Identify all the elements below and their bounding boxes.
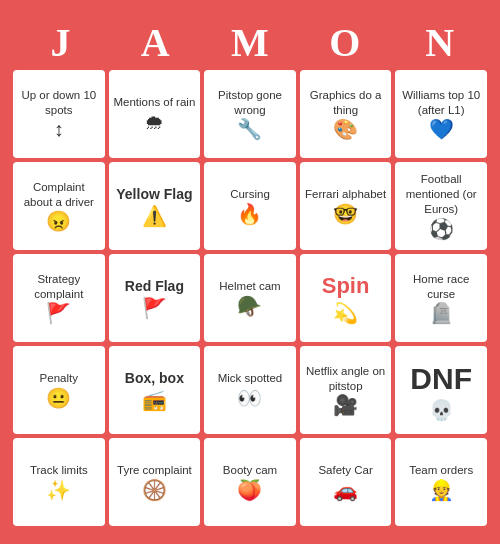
cell-emoji: 🔧 — [237, 119, 262, 139]
bingo-cell[interactable]: Spin💫 — [300, 254, 392, 342]
bingo-cell[interactable]: Up or down 10 spots↕ — [13, 70, 105, 158]
cell-text-dnf: DNF — [410, 359, 472, 398]
cell-emoji: ⚠️ — [142, 206, 167, 226]
cell-text: Safety Car — [318, 463, 372, 478]
cell-text-large: Spin — [322, 272, 370, 301]
cell-text: Strategy complaint — [17, 272, 101, 302]
cell-text: Penalty — [40, 371, 78, 386]
cell-text: Cursing — [230, 187, 270, 202]
bingo-cell[interactable]: Strategy complaint🚩 — [13, 254, 105, 342]
cell-emoji: 🔥 — [237, 204, 262, 224]
cell-emoji: 🚗 — [333, 480, 358, 500]
cell-emoji: 💙 — [429, 119, 454, 139]
header-letter: O — [300, 19, 390, 66]
header-letter: N — [395, 19, 485, 66]
cell-emoji: 🛞 — [142, 480, 167, 500]
bingo-cell[interactable]: Helmet cam🪖 — [204, 254, 296, 342]
bingo-cell[interactable]: Graphics do a thing🎨 — [300, 70, 392, 158]
bingo-cell[interactable]: Home race curse🪦 — [395, 254, 487, 342]
bingo-cell[interactable]: Complaint about a driver😠 — [13, 162, 105, 250]
bingo-cell[interactable]: Safety Car🚗 — [300, 438, 392, 526]
bingo-cell[interactable]: Mentions of rain🌧 — [109, 70, 201, 158]
cell-emoji: ↕ — [54, 119, 64, 139]
bingo-cell[interactable]: Team orders👷 — [395, 438, 487, 526]
cell-emoji: 🤓 — [333, 204, 358, 224]
bingo-cell[interactable]: Netflix angle on pitstop🎥 — [300, 346, 392, 434]
cell-emoji: 🪖 — [237, 296, 262, 316]
header-letter: J — [15, 19, 105, 66]
cell-text: Team orders — [409, 463, 473, 478]
cell-text: Booty cam — [223, 463, 277, 478]
bingo-cell[interactable]: Yellow Flag⚠️ — [109, 162, 201, 250]
cell-text: Graphics do a thing — [304, 88, 388, 118]
cell-emoji: 🚩 — [142, 298, 167, 318]
cell-text: Mick spotted — [218, 371, 283, 386]
bingo-cell[interactable]: Penalty😐 — [13, 346, 105, 434]
cell-text: Up or down 10 spots — [17, 88, 101, 118]
bingo-cell[interactable]: Football mentioned (or Euros)⚽ — [395, 162, 487, 250]
cell-text-bold: Yellow Flag — [116, 185, 192, 203]
header-letter: M — [205, 19, 295, 66]
cell-text: Tyre complaint — [117, 463, 192, 478]
cell-emoji: ✨ — [46, 480, 71, 500]
bingo-grid: Up or down 10 spots↕Mentions of rain🌧Pit… — [13, 70, 487, 526]
cell-text: Williams top 10 (after L1) — [399, 88, 483, 118]
cell-emoji: 🚩 — [46, 303, 71, 323]
cell-emoji: 🌧 — [144, 112, 164, 132]
cell-emoji: 😠 — [46, 211, 71, 231]
bingo-cell[interactable]: Williams top 10 (after L1)💙 — [395, 70, 487, 158]
cell-emoji: 💀 — [429, 400, 454, 420]
bingo-cell[interactable]: Track limits✨ — [13, 438, 105, 526]
cell-text: Football mentioned (or Euros) — [399, 172, 483, 217]
cell-emoji: 💫 — [333, 303, 358, 323]
cell-emoji: ⚽ — [429, 219, 454, 239]
cell-text: Home race curse — [399, 272, 483, 302]
bingo-header: JAMON — [13, 19, 487, 66]
cell-text: Helmet cam — [219, 279, 280, 294]
bingo-cell[interactable]: Cursing🔥 — [204, 162, 296, 250]
cell-emoji: 📻 — [142, 390, 167, 410]
header-letter: A — [110, 19, 200, 66]
cell-text-bold: Box, box — [125, 369, 184, 387]
cell-emoji: 🪦 — [429, 303, 454, 323]
cell-emoji: 🎥 — [333, 395, 358, 415]
bingo-cell[interactable]: Booty cam🍑 — [204, 438, 296, 526]
bingo-cell[interactable]: Red Flag🚩 — [109, 254, 201, 342]
bingo-card: JAMON Up or down 10 spots↕Mentions of ra… — [5, 11, 495, 534]
cell-text: Ferrari alphabet — [305, 187, 386, 202]
bingo-cell[interactable]: Mick spotted👀 — [204, 346, 296, 434]
bingo-cell[interactable]: Pitstop gone wrong🔧 — [204, 70, 296, 158]
cell-text: Track limits — [30, 463, 88, 478]
cell-text: Netflix angle on pitstop — [304, 364, 388, 394]
cell-emoji: 🍑 — [237, 480, 262, 500]
cell-text-bold: Red Flag — [125, 277, 184, 295]
cell-emoji: 🎨 — [333, 119, 358, 139]
bingo-cell[interactable]: Tyre complaint🛞 — [109, 438, 201, 526]
bingo-cell[interactable]: Box, box📻 — [109, 346, 201, 434]
cell-emoji: 👷 — [429, 480, 454, 500]
cell-text: Complaint about a driver — [17, 180, 101, 210]
bingo-cell[interactable]: Ferrari alphabet🤓 — [300, 162, 392, 250]
cell-text: Pitstop gone wrong — [208, 88, 292, 118]
bingo-cell[interactable]: DNF💀 — [395, 346, 487, 434]
cell-emoji: 😐 — [46, 388, 71, 408]
cell-emoji: 👀 — [237, 388, 262, 408]
cell-text: Mentions of rain — [113, 95, 195, 110]
